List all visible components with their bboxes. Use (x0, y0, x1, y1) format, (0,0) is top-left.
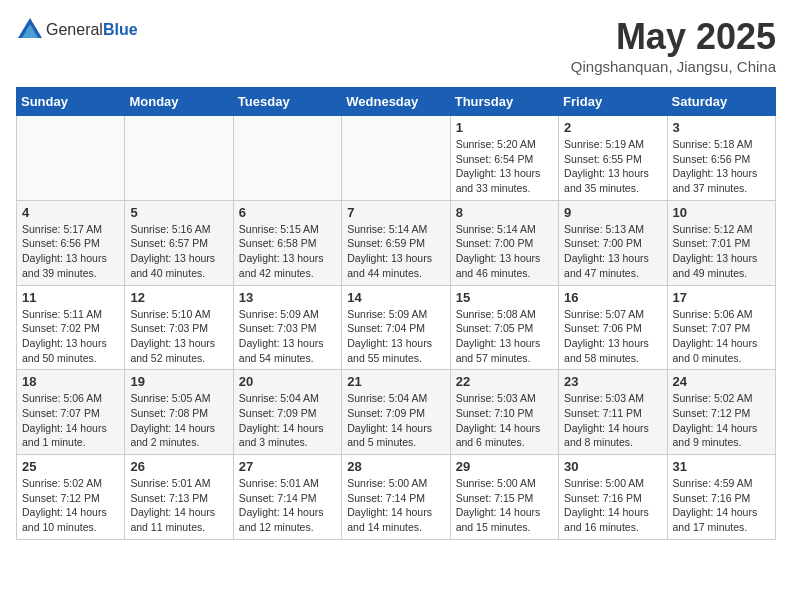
calendar-cell: 6Sunrise: 5:15 AM Sunset: 6:58 PM Daylig… (233, 200, 341, 285)
calendar-cell: 20Sunrise: 5:04 AM Sunset: 7:09 PM Dayli… (233, 370, 341, 455)
day-number: 10 (673, 205, 770, 220)
calendar-cell: 21Sunrise: 5:04 AM Sunset: 7:09 PM Dayli… (342, 370, 450, 455)
calendar-cell: 15Sunrise: 5:08 AM Sunset: 7:05 PM Dayli… (450, 285, 558, 370)
weekday-header-row: SundayMondayTuesdayWednesdayThursdayFrid… (17, 88, 776, 116)
day-info: Sunrise: 5:17 AM Sunset: 6:56 PM Dayligh… (22, 222, 119, 281)
day-info: Sunrise: 5:10 AM Sunset: 7:03 PM Dayligh… (130, 307, 227, 366)
day-info: Sunrise: 5:06 AM Sunset: 7:07 PM Dayligh… (673, 307, 770, 366)
day-info: Sunrise: 5:02 AM Sunset: 7:12 PM Dayligh… (673, 391, 770, 450)
day-number: 19 (130, 374, 227, 389)
weekday-header-tuesday: Tuesday (233, 88, 341, 116)
day-number: 31 (673, 459, 770, 474)
day-info: Sunrise: 5:07 AM Sunset: 7:06 PM Dayligh… (564, 307, 661, 366)
day-info: Sunrise: 5:08 AM Sunset: 7:05 PM Dayligh… (456, 307, 553, 366)
calendar-cell: 11Sunrise: 5:11 AM Sunset: 7:02 PM Dayli… (17, 285, 125, 370)
calendar-cell: 23Sunrise: 5:03 AM Sunset: 7:11 PM Dayli… (559, 370, 667, 455)
day-info: Sunrise: 5:13 AM Sunset: 7:00 PM Dayligh… (564, 222, 661, 281)
calendar-cell: 30Sunrise: 5:00 AM Sunset: 7:16 PM Dayli… (559, 455, 667, 540)
day-info: Sunrise: 5:01 AM Sunset: 7:13 PM Dayligh… (130, 476, 227, 535)
calendar-cell: 18Sunrise: 5:06 AM Sunset: 7:07 PM Dayli… (17, 370, 125, 455)
day-number: 17 (673, 290, 770, 305)
calendar-table: SundayMondayTuesdayWednesdayThursdayFrid… (16, 87, 776, 540)
calendar-cell (233, 116, 341, 201)
day-number: 23 (564, 374, 661, 389)
calendar-cell: 25Sunrise: 5:02 AM Sunset: 7:12 PM Dayli… (17, 455, 125, 540)
day-info: Sunrise: 5:04 AM Sunset: 7:09 PM Dayligh… (347, 391, 444, 450)
day-info: Sunrise: 5:14 AM Sunset: 7:00 PM Dayligh… (456, 222, 553, 281)
logo-general: General (46, 21, 103, 38)
calendar-cell: 22Sunrise: 5:03 AM Sunset: 7:10 PM Dayli… (450, 370, 558, 455)
calendar-cell: 3Sunrise: 5:18 AM Sunset: 6:56 PM Daylig… (667, 116, 775, 201)
calendar-week-3: 11Sunrise: 5:11 AM Sunset: 7:02 PM Dayli… (17, 285, 776, 370)
day-info: Sunrise: 5:14 AM Sunset: 6:59 PM Dayligh… (347, 222, 444, 281)
calendar-cell: 19Sunrise: 5:05 AM Sunset: 7:08 PM Dayli… (125, 370, 233, 455)
logo-icon (16, 16, 44, 44)
day-info: Sunrise: 5:05 AM Sunset: 7:08 PM Dayligh… (130, 391, 227, 450)
day-number: 28 (347, 459, 444, 474)
day-number: 4 (22, 205, 119, 220)
day-info: Sunrise: 5:11 AM Sunset: 7:02 PM Dayligh… (22, 307, 119, 366)
day-info: Sunrise: 5:04 AM Sunset: 7:09 PM Dayligh… (239, 391, 336, 450)
day-info: Sunrise: 5:03 AM Sunset: 7:11 PM Dayligh… (564, 391, 661, 450)
day-info: Sunrise: 5:09 AM Sunset: 7:04 PM Dayligh… (347, 307, 444, 366)
calendar-cell: 8Sunrise: 5:14 AM Sunset: 7:00 PM Daylig… (450, 200, 558, 285)
weekday-header-saturday: Saturday (667, 88, 775, 116)
day-number: 13 (239, 290, 336, 305)
weekday-header-sunday: Sunday (17, 88, 125, 116)
day-number: 14 (347, 290, 444, 305)
weekday-header-friday: Friday (559, 88, 667, 116)
day-info: Sunrise: 5:09 AM Sunset: 7:03 PM Dayligh… (239, 307, 336, 366)
weekday-header-thursday: Thursday (450, 88, 558, 116)
day-number: 11 (22, 290, 119, 305)
page-header: GeneralBlue May 2025 Qingshanquan, Jiang… (16, 16, 776, 75)
calendar-cell: 2Sunrise: 5:19 AM Sunset: 6:55 PM Daylig… (559, 116, 667, 201)
day-number: 6 (239, 205, 336, 220)
calendar-cell: 26Sunrise: 5:01 AM Sunset: 7:13 PM Dayli… (125, 455, 233, 540)
day-number: 18 (22, 374, 119, 389)
weekday-header-monday: Monday (125, 88, 233, 116)
day-number: 5 (130, 205, 227, 220)
day-info: Sunrise: 5:01 AM Sunset: 7:14 PM Dayligh… (239, 476, 336, 535)
day-info: Sunrise: 5:03 AM Sunset: 7:10 PM Dayligh… (456, 391, 553, 450)
day-info: Sunrise: 5:00 AM Sunset: 7:14 PM Dayligh… (347, 476, 444, 535)
day-info: Sunrise: 5:12 AM Sunset: 7:01 PM Dayligh… (673, 222, 770, 281)
day-info: Sunrise: 5:19 AM Sunset: 6:55 PM Dayligh… (564, 137, 661, 196)
calendar-week-4: 18Sunrise: 5:06 AM Sunset: 7:07 PM Dayli… (17, 370, 776, 455)
calendar-cell: 14Sunrise: 5:09 AM Sunset: 7:04 PM Dayli… (342, 285, 450, 370)
day-number: 25 (22, 459, 119, 474)
day-info: Sunrise: 5:00 AM Sunset: 7:16 PM Dayligh… (564, 476, 661, 535)
day-number: 30 (564, 459, 661, 474)
day-info: Sunrise: 5:16 AM Sunset: 6:57 PM Dayligh… (130, 222, 227, 281)
day-number: 8 (456, 205, 553, 220)
calendar-cell: 1Sunrise: 5:20 AM Sunset: 6:54 PM Daylig… (450, 116, 558, 201)
calendar-week-2: 4Sunrise: 5:17 AM Sunset: 6:56 PM Daylig… (17, 200, 776, 285)
calendar-cell: 7Sunrise: 5:14 AM Sunset: 6:59 PM Daylig… (342, 200, 450, 285)
day-number: 21 (347, 374, 444, 389)
day-number: 15 (456, 290, 553, 305)
day-number: 20 (239, 374, 336, 389)
calendar-cell (17, 116, 125, 201)
day-info: Sunrise: 5:06 AM Sunset: 7:07 PM Dayligh… (22, 391, 119, 450)
title-block: May 2025 Qingshanquan, Jiangsu, China (571, 16, 776, 75)
calendar-cell: 27Sunrise: 5:01 AM Sunset: 7:14 PM Dayli… (233, 455, 341, 540)
calendar-week-1: 1Sunrise: 5:20 AM Sunset: 6:54 PM Daylig… (17, 116, 776, 201)
day-number: 3 (673, 120, 770, 135)
calendar-cell: 9Sunrise: 5:13 AM Sunset: 7:00 PM Daylig… (559, 200, 667, 285)
day-number: 26 (130, 459, 227, 474)
calendar-cell (125, 116, 233, 201)
calendar-cell: 29Sunrise: 5:00 AM Sunset: 7:15 PM Dayli… (450, 455, 558, 540)
month-title: May 2025 (571, 16, 776, 58)
calendar-cell: 10Sunrise: 5:12 AM Sunset: 7:01 PM Dayli… (667, 200, 775, 285)
day-number: 12 (130, 290, 227, 305)
day-info: Sunrise: 5:18 AM Sunset: 6:56 PM Dayligh… (673, 137, 770, 196)
day-number: 2 (564, 120, 661, 135)
day-number: 24 (673, 374, 770, 389)
logo: GeneralBlue (16, 16, 138, 44)
calendar-cell: 28Sunrise: 5:00 AM Sunset: 7:14 PM Dayli… (342, 455, 450, 540)
day-number: 7 (347, 205, 444, 220)
calendar-cell: 17Sunrise: 5:06 AM Sunset: 7:07 PM Dayli… (667, 285, 775, 370)
weekday-header-wednesday: Wednesday (342, 88, 450, 116)
day-number: 9 (564, 205, 661, 220)
calendar-cell (342, 116, 450, 201)
calendar-cell: 4Sunrise: 5:17 AM Sunset: 6:56 PM Daylig… (17, 200, 125, 285)
